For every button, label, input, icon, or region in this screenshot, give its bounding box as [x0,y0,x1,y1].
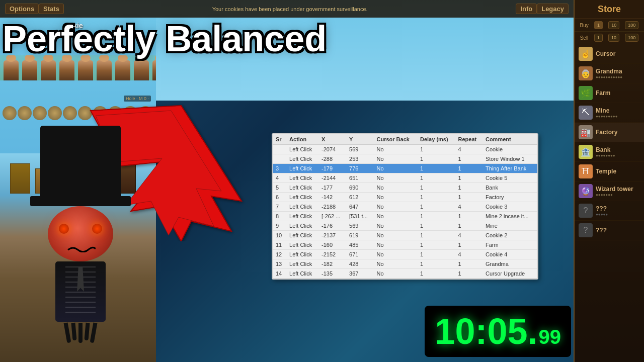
col-sr: Sr [273,134,286,145]
mine-icon: ⛏ [579,106,593,120]
table-row[interactable]: 9Left Click-176569No11Mine [273,221,537,231]
unknown2-icon: ? [579,223,593,237]
sell-10-button[interactable]: 10 [608,34,619,42]
table-row[interactable]: 13Left Click-182428No11Grandma [273,259,537,269]
cookie-icon [138,106,152,120]
store-item-unknown1[interactable]: ? ??? ●●●●● [575,201,644,221]
cursor-name: Cursor [596,50,640,57]
cookie-row-2 [0,101,156,126]
store-item-mine[interactable]: ⛏ Mine ●●●●●●●●● [575,103,644,123]
col-y: Y [346,134,373,145]
building-2 [35,168,60,194]
grandma-price: ●●●●●●●●●●● [596,75,640,79]
info-button[interactable]: Info [516,4,537,14]
store-item-factory[interactable]: 🏭 Factory [575,123,644,142]
unknown1-icon: ? [579,204,593,218]
table-row[interactable]: 8Left Click[-262 ...[531 t...No11Mine 2 … [273,212,537,221]
timer-decimal: 99 [539,326,561,348]
temple-name: Temple [596,168,640,175]
table-row[interactable]: Left Click-2074569No14Cookie [273,145,537,154]
table-row[interactable]: 4Left Click-2144651No11Cookie 5 [273,173,537,183]
bank-info: Bank ●●●●●●●● [596,146,640,158]
bank-icon: 🏦 [579,145,593,159]
sell-100-button[interactable]: 100 [625,34,638,42]
buy-label: Buy [580,23,589,28]
store-item-farm[interactable]: 🌿 Farm [575,83,644,103]
building-1 [10,163,30,194]
game-topbar: Options Stats Your cookies have been pla… [0,0,574,18]
temple-icon: ⛩ [579,164,593,178]
table-row[interactable]: Left Click-288253No11Store Window 1 [273,154,537,164]
table-row[interactable]: 7Left Click-2188647No14Cookie 3 [273,202,537,212]
store-title: Store [575,0,644,19]
wizard-price: ●●●●●●● [596,193,640,197]
sell-1-button[interactable]: 1 [594,34,603,42]
grandma-figure [134,60,149,80]
legacy-button[interactable]: Legacy [537,4,569,14]
stats-button[interactable]: Stats [39,4,64,14]
mine-name: Mine [596,107,640,114]
store-item-bank[interactable]: 🏦 Bank ●●●●●●●● [575,142,644,162]
unknown2-info: ??? [596,227,640,234]
grandma-icon: 👵 [579,66,593,80]
grandma-figure [4,60,19,80]
unknown1-price: ●●●●● [596,212,640,217]
unknown2-name: ??? [596,227,640,234]
table-row[interactable]: 5Left Click-177690No11Bank [273,183,537,193]
timer-main: 10:05. [435,311,537,352]
farm-info: Farm [596,89,640,97]
store-item-temple[interactable]: ⛩ Temple [575,162,644,182]
store-item-grandma[interactable]: 👵 Grandma ●●●●●●●●●●● [575,64,644,83]
grandma-figure [59,60,74,80]
grandma-figure [97,60,112,80]
unknown1-name: ??? [596,205,640,212]
bank-name: Bank [596,146,640,153]
buy-1-button[interactable]: 1 [594,21,603,29]
options-button[interactable]: Options [5,4,39,14]
buy-sell-row: Buy 1 10 100 [575,19,644,32]
wizard-name: Wizard tower [596,186,640,193]
cookie-icon [18,106,32,120]
building-area [0,153,156,362]
timer-overlay: 10:05. 99 [425,306,571,357]
grandma-row [0,55,156,80]
col-repeat: Repeat [455,134,482,145]
store-item-unknown2[interactable]: ? ??? [575,221,644,240]
store-item-cursor[interactable]: ☝ Cursor [575,44,644,64]
grandma-figure [41,60,56,80]
table-row[interactable]: 6Left Click-142612No11Factory [273,193,537,202]
cookie-icon [3,106,17,120]
grandma-name: Grandma [596,68,640,75]
cookie-icon [33,106,47,120]
temple-info: Temple [596,168,640,175]
table-row[interactable]: 3Left Click-179776No11Thing After Bank [273,164,537,173]
table-row[interactable]: 11Left Click-160485No11Farm [273,240,537,250]
store-panel: Store Buy 1 10 100 Sell 1 10 100 ☝ Curso… [574,0,644,362]
factory-name: Factory [596,129,640,136]
buy-10-button[interactable]: 10 [608,21,619,29]
cookie-icon [63,106,77,120]
wizard-icon: 🔮 [579,184,593,198]
grandma-figure [115,60,130,80]
col-cursor-back: Cursor Back [374,134,417,145]
buy-100-button[interactable]: 100 [625,21,638,29]
unknown1-info: ??? ●●●●● [596,205,640,217]
wizard-info: Wizard tower ●●●●●●● [596,186,640,197]
grandma-figure [152,60,156,80]
cursor-icon: ☝ [579,47,593,61]
sell-label: Sell [580,35,589,41]
building-4 [88,166,111,194]
store-item-wizard[interactable]: 🔮 Wizard tower ●●●●●●● [575,182,644,201]
cookie-icon [93,106,107,120]
bank-price: ●●●●●●●● [596,153,640,158]
col-comment: Comment [482,134,537,145]
farm-icon: 🌿 [579,86,593,100]
grandma-figure [78,60,93,80]
table-row[interactable]: 14Left Click-135367No11Cursor Upgrade [273,269,537,279]
left-panel: kie Hole · M 0 · [0,18,156,362]
cookie-label: kie [73,22,83,30]
cookie-icon [48,106,62,120]
table-row[interactable]: 12Left Click-2152671No14Cookie 4 [273,250,537,259]
table-row[interactable]: 10Left Click-2137619No14Cookie 2 [273,231,537,240]
col-delay: Delay (ms) [417,134,455,145]
